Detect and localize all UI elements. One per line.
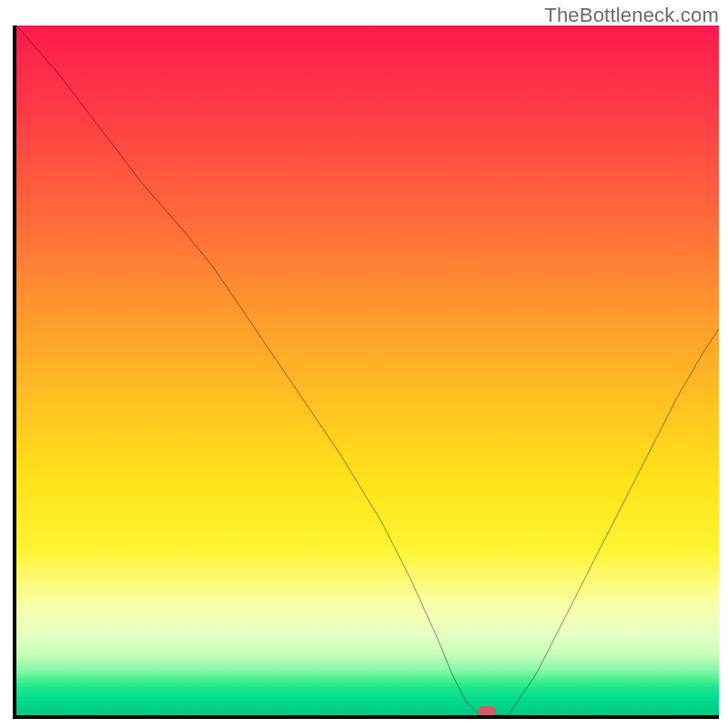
chart-container: TheBottleneck.com — [0, 0, 728, 728]
curve-path — [16, 25, 719, 715]
minimum-marker — [478, 706, 496, 717]
plot-area — [13, 25, 719, 719]
bottleneck-curve — [16, 25, 719, 715]
watermark-text: TheBottleneck.com — [544, 4, 719, 27]
